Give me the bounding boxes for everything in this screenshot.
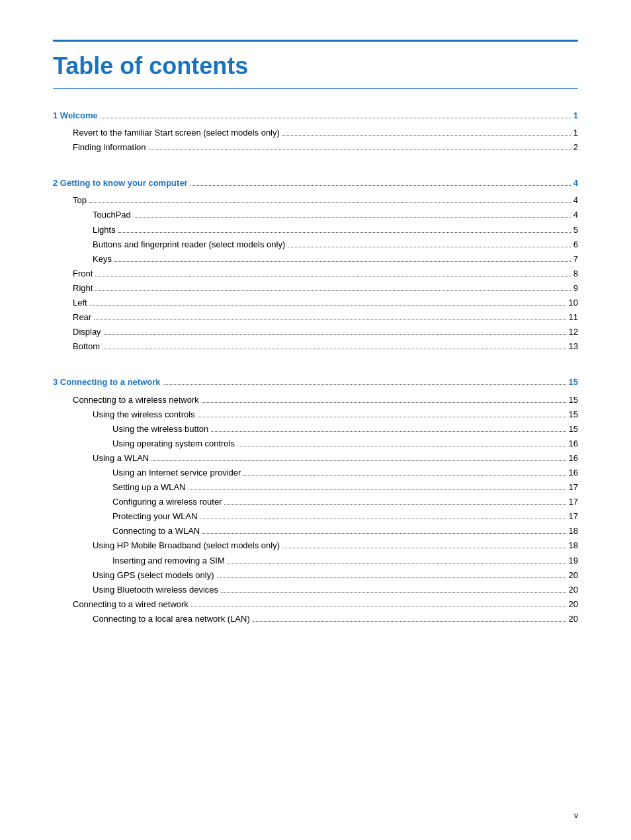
toc-page-number: 12 [569,325,578,339]
toc-entry[interactable]: Finding information2 [53,140,578,155]
toc-dots [217,577,566,578]
toc-chapter-1[interactable]: 1 Welcome1 [53,108,578,123]
toc-page-number: 5 [573,223,578,237]
toc-entry[interactable]: Connecting to a WLAN18 [53,524,578,538]
toc-entry-text: Rear [73,310,91,325]
toc-entry[interactable]: Inserting and removing a SIM19 [53,554,578,568]
toc-entry-text: Configuring a wireless router [112,495,222,509]
toc-entry-text: Display [73,325,101,339]
toc-entry[interactable]: Using operating system controls16 [53,437,578,451]
toc-dots [288,247,571,247]
toc-entry-text: Left [73,296,87,310]
toc-entry[interactable]: Connecting to a wired network20 [53,597,578,612]
toc-dots [221,592,566,593]
toc-entry-text: Using the wireless button [112,422,208,437]
toc-dots [224,504,566,505]
toc-dots [114,261,571,262]
toc-entry[interactable]: Using HP Mobile Broadband (select models… [53,538,578,553]
toc-page-number: 20 [569,597,578,612]
toc-dots [151,460,566,461]
toc-entry[interactable]: Front8 [53,267,578,281]
toc-page-number: 20 [569,612,578,626]
toc-page-number: 18 [569,524,578,538]
toc-entry[interactable]: Using the wireless button15 [53,422,578,437]
toc-page-number: 17 [569,509,578,524]
toc-page-number: 9 [573,281,578,296]
toc-entry[interactable]: Bottom13 [53,339,578,354]
toc-entry[interactable]: Using the wireless controls15 [53,407,578,422]
toc-dots [103,349,566,349]
toc-chapter-text: 3 Connecting to a network [53,375,161,390]
toc-entry-text: Buttons and fingerprint reader (select m… [93,237,285,252]
toc-entry[interactable]: Left10 [53,296,578,310]
toc-chapter-text: 1 Welcome [53,108,98,123]
toc-entry[interactable]: Configuring a wireless router17 [53,495,578,509]
toc-dots [282,135,571,136]
toc-entry[interactable]: Buttons and fingerprint reader (select m… [53,237,578,252]
toc-entry-text: Setting up a WLAN [112,480,186,495]
toc-dots [163,384,566,385]
toc-entry-text: Connecting to a local area network (LAN) [93,612,250,626]
toc-entry[interactable]: Lights5 [53,223,578,237]
toc-dots [202,402,566,403]
toc-entry[interactable]: Connecting to a local area network (LAN)… [53,612,578,626]
toc-page-number: 1 [573,108,578,123]
toc-entry[interactable]: Using GPS (select models only)20 [53,568,578,583]
toc-entry[interactable]: Protecting your WLAN17 [53,509,578,524]
toc-dots [104,334,566,335]
toc-dots [95,276,570,276]
toc-page-number: 13 [569,339,578,354]
toc-dots [118,232,571,233]
toc-dots [237,446,566,446]
toc-entry[interactable]: Connecting to a wireless network15 [53,393,578,407]
toc-page-number: 6 [573,237,578,252]
toc-dots [191,607,566,607]
toc-dots [228,563,566,564]
toc-page-number: 17 [569,495,578,509]
toc-page-number: 17 [569,480,578,495]
toc-dots [253,621,566,622]
page-footer: v [574,811,578,820]
toc-chapter-2[interactable]: 2 Getting to know your computer4 [53,176,578,190]
toc-dots [202,533,566,534]
toc-dots [149,149,571,150]
toc-dots [101,118,571,118]
page-number: v [574,811,578,820]
toc-page-number: 15 [569,407,578,422]
toc-entry[interactable]: Top4 [53,193,578,208]
toc-page-number: 20 [569,568,578,583]
toc-page-number: 20 [569,583,578,597]
toc-page-number: 4 [573,193,578,208]
toc-dots [90,305,566,306]
toc-page-number: 18 [569,538,578,553]
toc-dots [89,202,571,203]
toc-entry[interactable]: Using a WLAN16 [53,451,578,466]
toc-entry[interactable]: Using an Internet service provider16 [53,466,578,480]
toc-dots [198,417,566,417]
toc-entry[interactable]: Display12 [53,325,578,339]
toc-entry-text: Protecting your WLAN [112,509,198,524]
toc-entry[interactable]: Setting up a WLAN17 [53,480,578,495]
toc-entry-text: Keys [93,252,112,267]
toc-entry[interactable]: Revert to the familiar Start screen (sel… [53,126,578,140]
toc-entry-text: Inserting and removing a SIM [112,554,225,568]
toc-entry[interactable]: Rear11 [53,310,578,325]
toc-entry-text: Using Bluetooth wireless devices [93,583,218,597]
toc-dots [243,475,566,476]
toc-entry[interactable]: Using Bluetooth wireless devices20 [53,583,578,597]
toc-entry[interactable]: Keys7 [53,252,578,267]
toc-entry-text: Top [73,193,87,208]
toc-chapter-3[interactable]: 3 Connecting to a network15 [53,375,578,390]
toc-entry[interactable]: TouchPad4 [53,208,578,222]
toc-dots [282,548,566,548]
toc-entry[interactable]: Right9 [53,281,578,296]
toc-dots [190,185,571,186]
toc-entry-text: Revert to the familiar Start screen (sel… [73,126,280,140]
toc-page-number: 7 [573,252,578,267]
toc-page-number: 15 [569,375,578,390]
toc-page-number: 11 [569,310,578,325]
toc-page-number: 16 [569,437,578,451]
toc-dots [95,290,570,291]
toc-container: 1 Welcome1Revert to the familiar Start s… [53,108,578,626]
toc-page-number: 1 [573,126,578,140]
